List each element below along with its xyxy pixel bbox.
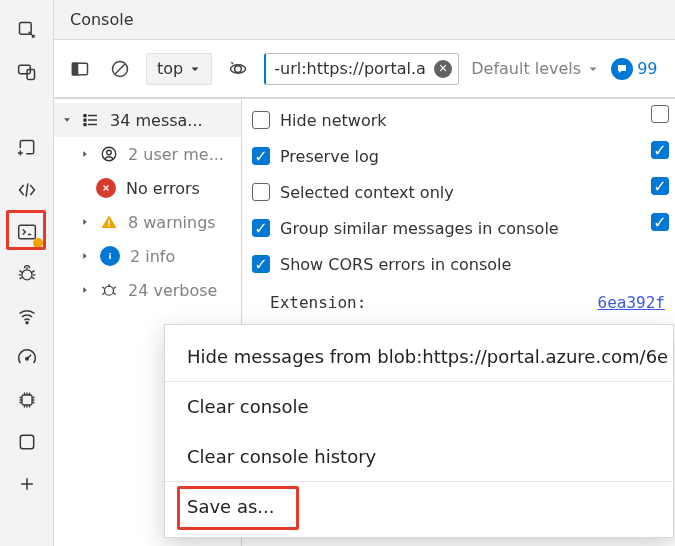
opt-label: Hide network xyxy=(280,111,387,130)
error-icon xyxy=(96,178,116,198)
ctx-save-as[interactable]: Save as... xyxy=(165,481,673,531)
opt-label: Preserve log xyxy=(280,147,379,166)
checkbox-extra[interactable] xyxy=(651,105,669,123)
checkbox-extra[interactable]: ✓ xyxy=(651,141,669,159)
svg-point-14 xyxy=(84,119,86,121)
opt-show-cors[interactable]: ✓ Show CORS errors in console xyxy=(252,249,665,279)
clear-console-icon[interactable] xyxy=(106,55,134,83)
group-errors[interactable]: No errors xyxy=(54,171,241,205)
chevron-right-icon xyxy=(80,149,90,159)
svg-rect-8 xyxy=(20,435,33,448)
issues-counter[interactable]: 99 xyxy=(611,58,657,80)
application-icon[interactable] xyxy=(9,424,45,460)
group-item-label: 2 user me... xyxy=(128,145,224,164)
network-icon[interactable] xyxy=(9,298,45,334)
group-item-label: 2 info xyxy=(130,247,175,266)
opt-group-similar[interactable]: ✓ Group similar messages in console ✓ xyxy=(252,213,665,243)
group-info[interactable]: 2 info xyxy=(54,239,241,273)
svg-rect-10 xyxy=(73,63,78,75)
group-user-messages[interactable]: 2 user me... xyxy=(54,137,241,171)
group-item-label: 8 warnings xyxy=(128,213,216,232)
chevron-right-icon xyxy=(80,217,90,227)
checkmark-icon: ✓ xyxy=(254,255,267,274)
filter-value: -url:https://portal.a xyxy=(274,59,426,78)
extension-label: Extension: xyxy=(270,293,366,312)
levels-label: Default levels xyxy=(471,59,581,78)
ctx-label: Save as... xyxy=(187,496,274,517)
chevron-down-icon xyxy=(587,63,599,75)
sidebar-toggle-icon[interactable] xyxy=(66,55,94,83)
ctx-clear-history[interactable]: Clear console history xyxy=(165,431,673,481)
panel-title-text: Console xyxy=(70,10,134,29)
checkbox-extra[interactable]: ✓ xyxy=(651,177,669,195)
svg-point-17 xyxy=(107,150,112,155)
svg-point-12 xyxy=(235,65,242,72)
checkbox[interactable]: ✓ xyxy=(252,255,270,273)
live-expression-icon[interactable] xyxy=(224,55,252,83)
checkmark-icon: ✓ xyxy=(254,219,267,238)
checkmark-icon: ✓ xyxy=(653,213,666,232)
opt-selected-context[interactable]: Selected context only ✓ xyxy=(252,177,665,207)
filter-input[interactable]: -url:https://portal.a ✕ xyxy=(264,53,459,85)
context-label: top xyxy=(157,59,183,78)
context-selector[interactable]: top xyxy=(146,53,212,85)
chevron-right-icon xyxy=(80,285,90,295)
activity-rail xyxy=(0,0,54,546)
checkmark-icon: ✓ xyxy=(254,147,267,166)
opt-label: Selected context only xyxy=(280,183,454,202)
svg-rect-7 xyxy=(22,395,32,405)
issues-count: 99 xyxy=(637,59,657,78)
group-all-messages[interactable]: 34 messa... xyxy=(54,103,241,137)
extension-log-line: Extension: 6ea392f xyxy=(252,285,665,312)
elements-icon[interactable] xyxy=(9,130,45,166)
clear-filter-icon[interactable]: ✕ xyxy=(434,60,452,78)
svg-point-5 xyxy=(26,322,28,324)
ctx-hide-messages[interactable]: Hide messages from blob:https://portal.a… xyxy=(165,331,673,381)
checkbox[interactable]: ✓ xyxy=(252,147,270,165)
chevron-down-icon xyxy=(189,63,201,75)
svg-point-13 xyxy=(84,114,86,116)
svg-point-22 xyxy=(105,286,114,295)
user-icon xyxy=(100,145,118,163)
opt-preserve-log[interactable]: ✓ Preserve log ✓ xyxy=(252,141,665,171)
opt-hide-network[interactable]: Hide network xyxy=(252,105,665,135)
console-toolbar: top -url:https://portal.a ✕ Default leve… xyxy=(54,40,675,98)
inspect-icon[interactable] xyxy=(9,12,45,48)
info-icon xyxy=(100,246,120,266)
warning-icon xyxy=(100,213,118,231)
chevron-right-icon xyxy=(80,251,90,261)
svg-rect-3 xyxy=(18,225,35,238)
sources-icon[interactable] xyxy=(9,172,45,208)
device-icon[interactable] xyxy=(9,54,45,90)
group-verbose[interactable]: 24 verbose xyxy=(54,273,241,307)
list-icon xyxy=(82,111,100,129)
more-tools-icon[interactable] xyxy=(9,466,45,502)
ctx-clear-console[interactable]: Clear console xyxy=(165,381,673,431)
console-icon[interactable] xyxy=(9,214,45,250)
log-levels-selector[interactable]: Default levels xyxy=(471,59,599,78)
svg-point-4 xyxy=(22,270,32,280)
opt-label: Group similar messages in console xyxy=(280,219,559,238)
extension-link[interactable]: 6ea392f xyxy=(598,293,665,312)
opt-label: Show CORS errors in console xyxy=(280,255,511,274)
verbose-icon xyxy=(100,281,118,299)
checkbox[interactable] xyxy=(252,111,270,129)
ctx-label: Clear console xyxy=(187,396,309,417)
chat-bubble-icon xyxy=(611,58,633,80)
checkbox-extra[interactable]: ✓ xyxy=(651,213,669,231)
svg-rect-18 xyxy=(108,220,110,225)
performance-icon[interactable] xyxy=(9,340,45,376)
checkmark-icon: ✓ xyxy=(653,141,666,160)
warning-badge-icon xyxy=(33,238,43,248)
checkbox[interactable]: ✓ xyxy=(252,219,270,237)
svg-rect-20 xyxy=(109,255,111,259)
memory-icon[interactable] xyxy=(9,382,45,418)
svg-rect-21 xyxy=(109,253,111,254)
checkbox[interactable] xyxy=(252,183,270,201)
chevron-down-icon xyxy=(62,115,72,125)
bug-icon[interactable] xyxy=(9,256,45,292)
group-warnings[interactable]: 8 warnings xyxy=(54,205,241,239)
group-item-label: 24 verbose xyxy=(128,281,217,300)
group-item-label: No errors xyxy=(126,179,200,198)
svg-point-6 xyxy=(25,358,28,361)
